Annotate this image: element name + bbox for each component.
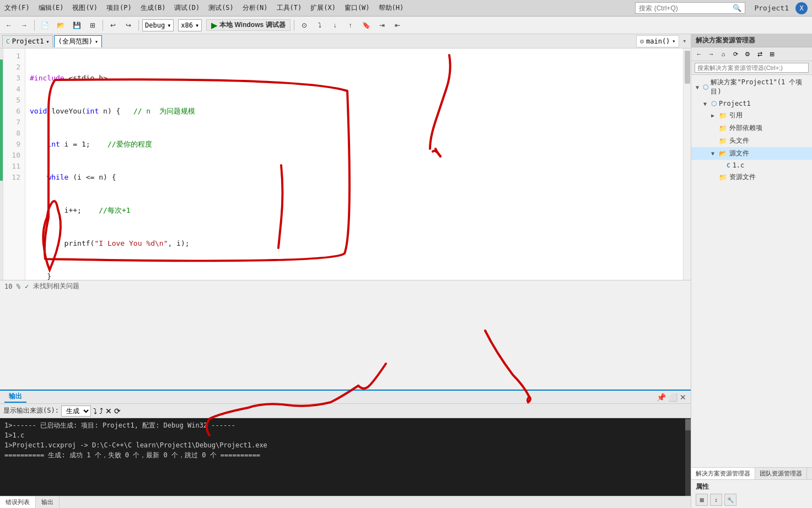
tree-item-project[interactable]: ▼ ⬡ Project1 [691,98,812,109]
properties-section: 属性 ⊞ ↕ 🔧 [691,479,812,508]
tree-item-references[interactable]: ▶ 📁 引用 [691,109,812,122]
output-vscrollbar[interactable] [685,418,691,496]
right-sidebar: 解决方案资源管理器 ← → ⌂ ⟳ ⚙ ⇄ ⊞ [691,34,812,508]
user-icon[interactable]: X [795,2,808,14]
tab-output-bottom[interactable]: 输出 [36,496,60,508]
outdent-btn[interactable]: ⇤ [391,19,404,32]
new-btn[interactable]: 📄 [38,19,52,32]
save-btn[interactable]: 💾 [70,19,84,32]
undo-btn[interactable]: ↩ [106,19,120,32]
indent-btn[interactable]: ⇥ [375,19,389,32]
output-source-dropdown[interactable]: 生成 [61,406,91,417]
props-sort-btn[interactable]: ↕ [710,494,722,506]
step-out-btn[interactable]: ↑ [344,19,357,32]
file-tab-project1[interactable]: C Project1 ▾ [2,35,53,47]
ref-label: 引用 [729,111,743,120]
sidebar-settings-btn[interactable]: ⚙ [742,48,753,60]
menu-build[interactable]: 生成(B) [141,3,166,13]
sidebar-home-btn[interactable]: ⌂ [718,48,729,60]
tree-item-resources[interactable]: 📁 资源文件 [691,171,812,183]
tree-expand-project[interactable]: ▼ [703,101,711,107]
menu-window[interactable]: 窗口(W) [345,3,370,13]
output-btn-4[interactable]: ⟳ [114,407,121,415]
tree-expand-solution[interactable]: ▼ [696,84,703,90]
debug-config-label: Debug [145,21,165,29]
open-btn[interactable]: 📂 [54,19,68,32]
tree-item-source[interactable]: ▼ 📂 源文件 [691,147,812,160]
output-line-1: 1>------ 已启动生成: 项目: Project1, 配置: Debug … [4,420,681,430]
output-btn-1[interactable]: ⤵ [93,407,97,415]
code-editor[interactable]: #include <stdio.h> void loveYou(int n) {… [25,48,683,280]
tree-item-1c[interactable]: C 1.c [691,160,812,171]
forward-btn[interactable]: → [18,19,31,32]
menu-project[interactable]: 项目(P) [106,3,132,13]
run-button[interactable]: ▶ 本地 Windows 调试器 [206,19,290,31]
sidebar-search-area [691,61,812,75]
sidebar-search-input[interactable] [695,63,809,73]
panel-float-btn[interactable]: ⬜ [668,393,677,402]
save-all-btn[interactable]: ⊞ [86,19,99,32]
tab-error-list[interactable]: 错误列表 [0,496,36,508]
properties-label: 属性 [696,482,808,491]
output-btn-3[interactable]: ✕ [105,407,112,415]
tree-expand-src[interactable]: ▼ [711,150,719,156]
sidebar-toolbar: ← → ⌂ ⟳ ⚙ ⇄ ⊞ [691,47,812,61]
status-check-icon: ✓ [25,283,29,290]
status-bar: 10 % ✓ 未找到相关问题 [0,280,691,292]
chevron-method-down: ▾ [672,38,675,44]
global-search-input[interactable] [639,4,733,12]
back-btn[interactable]: ← [2,19,15,32]
breakpoint-btn[interactable]: ⊙ [298,19,311,32]
tab-team-explorer[interactable]: 团队资源管理器 [755,468,807,479]
menu-analyze[interactable]: 分析(N) [243,3,268,13]
tree-item-ext-deps[interactable]: 📁 外部依赖项 [691,122,812,134]
line-numbers: 1234 5678 9101112 [3,48,25,280]
sidebar-sync-btn[interactable]: ⇄ [754,48,765,60]
title-bar-right: 🔍 Project1 X [635,2,808,14]
editor-top: 1234 5678 9101112 #include <stdio.h> voi… [0,48,691,390]
tab-output[interactable]: 输出 [4,391,26,403]
sidebar-filter-btn[interactable]: ⊞ [766,48,777,60]
sidebar-back-btn[interactable]: ← [693,48,705,60]
output-btn-2[interactable]: ⤴ [99,407,103,415]
sidebar-refresh-btn[interactable]: ⟳ [730,48,741,60]
menu-debug[interactable]: 调试(D) [174,3,200,13]
redo-btn[interactable]: ↪ [122,19,135,32]
menu-edit[interactable]: 编辑(E) [39,3,64,13]
app-window: 文件(F) 编辑(E) 视图(V) 项目(P) 生成(B) 调试(D) 测试(S… [0,0,812,508]
props-grid-btn[interactable]: ⊞ [696,494,708,506]
debug-config-dropdown[interactable]: Debug ▾ [142,19,174,31]
menu-extensions[interactable]: 扩展(X) [310,3,336,13]
tab-solution-explorer[interactable]: 解决方案资源管理器 [691,468,755,479]
project-title: Project1 [754,4,789,12]
global-search-box[interactable]: 🔍 [635,2,745,14]
panel-pin-btn[interactable]: 📌 [657,393,666,402]
menu-help[interactable]: 帮助(H) [379,3,404,13]
menu-file[interactable]: 文件(F) [4,3,30,13]
scope-dropdown[interactable]: (全局范围) ▾ [54,35,101,47]
panel-close-btn[interactable]: ✕ [680,393,686,402]
tree-item-headers[interactable]: 📁 头文件 [691,134,812,147]
bookmark-btn[interactable]: 🔖 [359,19,373,32]
properties-toolbar: ⊞ ↕ 🔧 [696,494,808,506]
toolbar-sep-2 [103,20,103,31]
step-over-btn[interactable]: ⤵ [313,19,326,32]
menu-tools[interactable]: 工具(T) [277,3,302,13]
method-dropdown[interactable]: ⚙ main() ▾ [636,35,680,47]
chevron-right-icon: ▾ [680,37,689,45]
platform-dropdown[interactable]: x86 ▾ [178,19,202,31]
tree-item-solution[interactable]: ▼ ⬡ 解决方案"Project1"(1 个项目) [691,76,812,98]
tree-expand-ref[interactable]: ▶ [711,112,719,118]
code-editor-container: 1234 5678 9101112 #include <stdio.h> voi… [0,48,691,280]
chevron-file-down: ▾ [46,39,49,45]
step-into-btn[interactable]: ↓ [329,19,342,32]
method-label: main() [646,37,670,45]
menu-view[interactable]: 视图(V) [72,3,98,13]
sidebar-forward-btn[interactable]: → [706,48,717,60]
toolbar-sep-3 [138,20,139,31]
props-wrench-btn[interactable]: 🔧 [724,494,736,506]
zoom-level: 10 % [4,283,20,290]
menu-test[interactable]: 测试(S) [208,3,234,13]
editor-vscrollbar[interactable] [683,48,691,280]
source-label: 源文件 [729,149,749,158]
